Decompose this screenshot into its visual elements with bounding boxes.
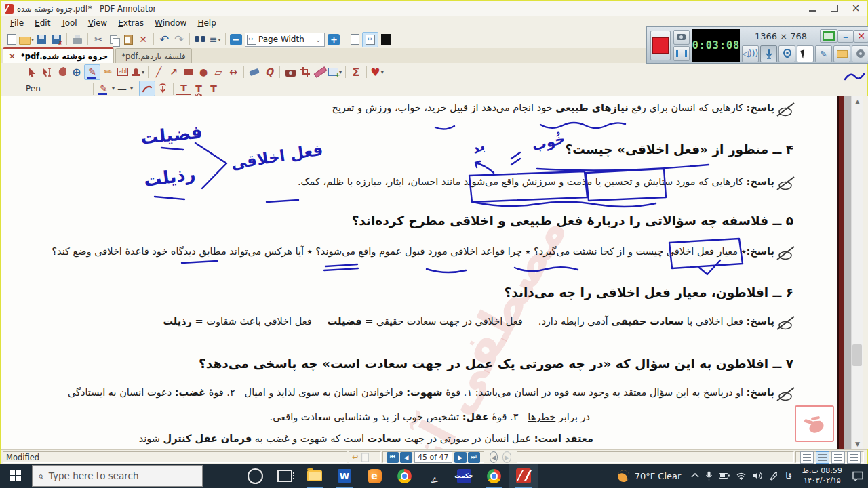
tray-microphone-icon[interactable] xyxy=(706,471,712,481)
microphone-button[interactable] xyxy=(760,45,777,62)
recorder-settings-button[interactable] xyxy=(852,45,868,62)
stamp-tool-button[interactable]: ▾ xyxy=(130,65,145,79)
screenshot-button[interactable] xyxy=(673,30,690,45)
restore-button[interactable] xyxy=(829,3,840,13)
hand-tool-button[interactable] xyxy=(54,65,69,79)
file-explorer-button[interactable] xyxy=(300,464,330,488)
menu-edit[interactable]: Edit xyxy=(30,17,55,29)
copy-button[interactable] xyxy=(106,33,121,47)
language-indicator[interactable]: فا xyxy=(785,471,791,481)
lasso-tool-button[interactable]: Q xyxy=(262,65,277,79)
paste-button[interactable] xyxy=(121,33,136,47)
cut-button[interactable]: ✂ xyxy=(91,33,106,47)
eitaa-button[interactable]: e xyxy=(359,464,389,488)
rectangle-tool-button[interactable] xyxy=(181,65,196,79)
hidden-icons-chevron[interactable] xyxy=(691,473,699,479)
squiggle-underline-text-button[interactable]: T xyxy=(191,81,206,96)
line-tool-button[interactable]: ╱ xyxy=(151,65,166,79)
hand-stamp-annotation[interactable] xyxy=(795,405,834,442)
polygon-tool-button[interactable]: ▱ xyxy=(211,65,226,79)
stop-recording-button[interactable] xyxy=(650,30,671,60)
next-page-button[interactable]: ▶ xyxy=(454,452,467,463)
chrome-button[interactable] xyxy=(389,464,419,488)
back-history-icon[interactable]: ↩ xyxy=(352,453,358,462)
scroll-down-arrow-icon[interactable]: ▼ xyxy=(852,439,863,449)
pdf-annotator-taskbar-button[interactable] xyxy=(509,464,538,488)
delete-button[interactable]: ✕ xyxy=(136,33,151,47)
eraser-tool-button[interactable] xyxy=(247,65,262,79)
pen-color-button[interactable]: ✎ xyxy=(96,81,111,96)
underline-text-button[interactable]: T xyxy=(176,83,191,95)
save-button[interactable] xyxy=(34,33,49,47)
menu-extras[interactable]: Extras xyxy=(113,17,149,29)
insert-image-tool-button[interactable]: ▾ xyxy=(328,65,342,79)
single-page-view-button[interactable] xyxy=(347,33,362,47)
zoom-in-button[interactable]: + xyxy=(328,34,340,45)
task-view-button[interactable] xyxy=(270,464,300,488)
zoom-out-button[interactable]: − xyxy=(230,34,242,45)
print-button[interactable] xyxy=(70,33,85,47)
snapshot-tool-button[interactable] xyxy=(283,65,298,79)
strikethrough-text-button[interactable]: T xyxy=(206,81,221,96)
layout-facing-button[interactable] xyxy=(831,451,845,464)
action-center-button[interactable] xyxy=(848,471,868,481)
summarize-tool-button[interactable]: Σ xyxy=(349,65,363,79)
taskbar-search-input[interactable]: ⌕ Type here to search xyxy=(32,465,203,487)
scrollbar-thumb[interactable] xyxy=(852,344,862,366)
pause-recording-button[interactable] xyxy=(673,46,690,61)
save-as-button[interactable] xyxy=(49,33,64,47)
measure-tool-button[interactable]: ↔ xyxy=(226,65,241,79)
layout-continuous-button[interactable] xyxy=(816,451,829,464)
open-file-button[interactable]: ▾ xyxy=(19,33,34,47)
chrome-second-button[interactable] xyxy=(479,464,509,488)
layout-single-button[interactable] xyxy=(800,451,814,464)
recorder-minimize-button[interactable]: – xyxy=(837,30,854,43)
menu-window[interactable]: Window xyxy=(150,17,191,29)
menu-help[interactable]: Help xyxy=(193,17,220,29)
tab-other-document[interactable]: فلسفه یازدهم.pdf* xyxy=(115,48,191,63)
line-width-button[interactable]: — xyxy=(115,81,130,96)
undo-button[interactable]: ↶ xyxy=(157,33,172,47)
volume-icon[interactable] xyxy=(753,472,762,480)
view-back-button[interactable]: ◀ xyxy=(490,451,498,463)
scroll-up-arrow-icon[interactable]: ▲ xyxy=(852,96,863,107)
ruler-tool-button[interactable] xyxy=(313,65,328,79)
new-file-button[interactable] xyxy=(4,33,19,47)
last-page-button[interactable]: ⏭ xyxy=(468,452,480,463)
select-text-tool-button[interactable] xyxy=(39,65,54,79)
weather-status[interactable]: 70°F Clear xyxy=(635,471,682,481)
recorder-close-button[interactable]: ✕ xyxy=(854,30,868,43)
pen-settings-icon[interactable] xyxy=(769,472,777,481)
system-audio-button[interactable]: ◁))) xyxy=(742,45,759,62)
select-tool-button[interactable] xyxy=(24,65,39,79)
menu-tool[interactable]: Tool xyxy=(56,17,81,29)
page-number-field[interactable]: 45 of 47 xyxy=(414,451,452,463)
textbox-tool-button[interactable]: abl xyxy=(115,65,130,79)
webcam-button[interactable] xyxy=(778,45,795,62)
smooth-curve-button[interactable] xyxy=(139,81,155,96)
ellipse-tool-button[interactable]: ● xyxy=(196,65,211,79)
sort-annotations-button[interactable]: ≡▾ xyxy=(208,33,222,47)
open-recordings-folder-button[interactable] xyxy=(833,45,850,62)
document-page[interactable]: مصطفی آزاده پاسخ: کارهایی که انسان برای … xyxy=(1,96,868,449)
close-button[interactable]: × xyxy=(850,3,861,13)
draw-on-screen-button[interactable]: ✎ xyxy=(815,45,832,62)
arrow-tool-button[interactable]: ↗ xyxy=(166,65,181,79)
battery-icon[interactable] xyxy=(719,472,730,479)
redo-button[interactable]: ↷ xyxy=(172,33,186,47)
first-page-button[interactable]: ⏮ xyxy=(387,452,399,463)
zoom-tool-button[interactable]: ⊕ xyxy=(69,65,84,79)
menu-file[interactable]: File xyxy=(5,17,28,29)
pressure-button[interactable] xyxy=(155,81,170,96)
full-page-view-button[interactable] xyxy=(378,33,393,47)
fit-width-view-button[interactable] xyxy=(362,32,378,47)
previous-page-button[interactable]: ◀ xyxy=(400,452,412,463)
view-forward-button[interactable]: ▶ xyxy=(502,451,511,463)
favorites-tool-button[interactable]: ♥▾ xyxy=(370,65,384,79)
cursor-capture-button[interactable] xyxy=(797,45,814,62)
pen-tool-button[interactable]: ✎ xyxy=(84,64,100,80)
region-select-button[interactable] xyxy=(820,29,837,43)
menu-view[interactable]: View xyxy=(83,17,112,29)
wifi-icon[interactable] xyxy=(736,472,746,480)
tab-close-icon[interactable]: ✕ xyxy=(9,52,16,61)
